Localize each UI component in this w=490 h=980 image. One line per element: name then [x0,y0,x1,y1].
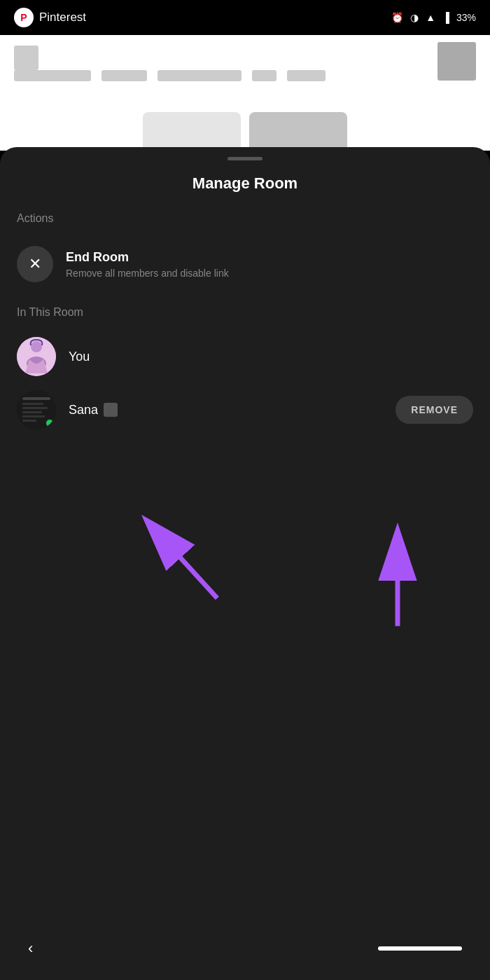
top-content-area [0,35,490,151]
svg-rect-7 [22,411,42,413]
wifi-icon: ▲ [426,12,435,23]
end-room-icon: ✕ [17,246,53,282]
member-sana-name: Sana [69,403,98,417]
blur-block-3 [102,70,147,81]
in-this-room-label: In This Room [0,292,490,330]
home-indicator[interactable] [378,946,462,951]
blur-block-5 [252,70,276,81]
sana-name-row: Sana [69,403,383,417]
blur-block-4 [158,70,241,81]
battery-text: 33% [456,12,476,23]
end-room-subtitle: Remove all members and disable link [66,268,229,279]
bottom-sheet: Manage Room Actions ✕ End Room Remove al… [0,147,490,980]
svg-point-1 [31,341,42,352]
svg-rect-4 [22,397,50,400]
status-bar-left: P Pinterest [14,8,86,27]
back-button[interactable]: ‹ [28,939,33,958]
end-room-title: End Room [66,250,229,265]
svg-rect-9 [22,420,36,422]
status-bar-right: ⏰ ◑ ▲ ▐ 33% [391,12,476,23]
end-room-action[interactable]: ✕ End Room Remove all members and disabl… [0,236,490,292]
pinterest-logo: P [14,8,34,27]
drag-handle[interactable] [227,157,262,160]
sheet-title: Manage Room [0,174,490,193]
svg-rect-8 [22,415,45,417]
end-room-text-group: End Room Remove all members and disable … [66,250,229,279]
online-indicator [45,418,55,428]
blur-block-7 [438,42,476,81]
app-name: Pinterest [39,11,86,25]
blur-block-6 [287,70,326,81]
svg-line-12 [148,522,217,598]
signal-icon: ▐ [442,12,449,23]
blur-block-1 [14,46,38,70]
name-redacted-block [104,403,118,417]
remove-button[interactable]: REMOVE [396,396,473,424]
avatar-you [17,337,56,376]
nav-bar: ‹ [0,924,490,980]
clock-icon: ⏰ [391,12,403,23]
blur-block-2 [14,70,91,81]
member-you-name: You [69,350,473,364]
brightness-icon: ◑ [410,12,419,23]
status-bar: P Pinterest ⏰ ◑ ▲ ▐ 33% [0,0,490,35]
svg-rect-6 [22,407,48,409]
svg-rect-5 [22,403,43,405]
member-sana: Sana REMOVE [0,383,490,436]
x-icon: ✕ [29,255,41,273]
avatar-sana [17,390,56,429]
actions-section-label: Actions [0,212,490,225]
member-you: You [0,330,490,383]
